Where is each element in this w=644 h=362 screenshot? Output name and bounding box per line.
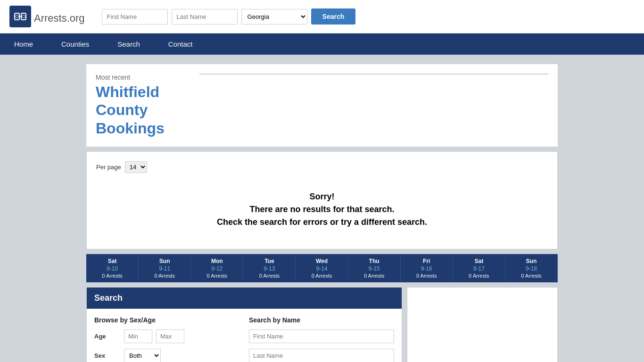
cal-date-6[interactable]: 9-16	[403, 265, 451, 272]
navbar: Home Counties Search Contact	[0, 33, 644, 55]
sex-row: Sex Both Male Female	[94, 349, 239, 362]
cal-date-1[interactable]: 9-11	[140, 265, 189, 272]
nav-counties[interactable]: Counties	[47, 33, 103, 55]
search-panel: Search Browse by Sex/Age Age Sex Both	[86, 287, 402, 362]
cal-day-6: Fri 9-16 0 Arrests	[401, 254, 453, 282]
per-page-select[interactable]: 10 14 25 50	[125, 161, 147, 173]
sex-label: Sex	[94, 352, 120, 359]
nav-home[interactable]: Home	[0, 33, 47, 55]
cal-date-3[interactable]: 9-13	[245, 265, 293, 272]
county-title: Whitfield County Bookings	[96, 83, 190, 137]
right-panel	[407, 287, 558, 362]
name-section-title: Search by Name	[249, 316, 394, 324]
cal-date-5[interactable]: 9-15	[350, 265, 398, 272]
search-last-name-input[interactable]	[249, 349, 394, 362]
cal-day-4: Wed 9-14 0 Arrests	[296, 254, 348, 282]
svg-point-4	[22, 15, 25, 18]
cal-date-2[interactable]: 9-12	[193, 265, 241, 272]
cal-day-8: Sun 9-18 0 Arrests	[505, 254, 558, 282]
sex-select[interactable]: Both Male Female	[124, 349, 161, 362]
cal-date-7[interactable]: 9-17	[455, 265, 503, 272]
nav-search[interactable]: Search	[103, 33, 154, 55]
cal-day-5: Thu 9-15 0 Arrests	[348, 254, 401, 282]
browse-section: Browse by Sex/Age Age Sex Both Male Fema…	[94, 316, 239, 362]
age-label: Age	[94, 333, 120, 340]
last-name-row	[249, 349, 394, 362]
name-section: Search by Name Search	[249, 316, 394, 362]
age-max-input[interactable]	[156, 329, 184, 343]
cal-date-8[interactable]: 9-18	[507, 265, 555, 272]
svg-point-3	[16, 15, 18, 18]
cal-day-2: Mon 9-12 0 Arrests	[191, 254, 243, 282]
header-last-name-input[interactable]	[172, 9, 238, 25]
header-search-button[interactable]: Search	[311, 8, 356, 25]
main-content: Most recent Whitfield County Bookings Pe…	[82, 55, 562, 362]
cal-day-1: Sun 9-11 0 Arrests	[139, 254, 191, 282]
logo-suffix: .org	[67, 12, 85, 24]
search-panel-body: Browse by Sex/Age Age Sex Both Male Fema…	[87, 309, 402, 362]
per-page-row: Per page 10 14 25 50	[96, 161, 548, 173]
cal-date-4[interactable]: 9-14	[297, 265, 346, 272]
header-state-select[interactable]: Georgia Alabama Florida Tennessee	[241, 9, 307, 25]
nav-contact[interactable]: Contact	[154, 33, 207, 55]
cal-day-0: Sat 9-10 0 Arrests	[86, 254, 139, 282]
age-min-input[interactable]	[124, 329, 152, 343]
search-panel-header: Search	[87, 288, 402, 309]
county-heading-block: Most recent Whitfield County Bookings	[96, 74, 190, 137]
header-first-name-input[interactable]	[102, 9, 168, 25]
cal-date-0[interactable]: 9-10	[88, 265, 136, 272]
header: Arrests.org Georgia Alabama Florida Tenn…	[0, 0, 644, 33]
no-results-message: Sorry! There are no results for that sea…	[96, 182, 548, 239]
logo-text: Arrests.org	[34, 8, 85, 25]
logo-icon	[9, 6, 31, 27]
results-box: Per page 10 14 25 50 Sorry! There are no…	[86, 151, 558, 249]
per-page-label: Per page	[96, 164, 121, 171]
header-search-form: Georgia Alabama Florida Tennessee Search	[102, 8, 356, 25]
logo[interactable]: Arrests.org	[9, 6, 85, 27]
most-recent-label: Most recent	[96, 74, 190, 81]
search-first-name-input[interactable]	[249, 329, 394, 343]
first-name-row	[249, 329, 394, 343]
age-row: Age	[94, 329, 239, 343]
cal-day-7: Sat 9-17 0 Arrests	[453, 254, 505, 282]
cal-day-3: Tue 9-13 0 Arrests	[243, 254, 296, 282]
calendar-strip: Sat 9-10 0 Arrests Sun 9-11 0 Arrests Mo…	[86, 254, 558, 282]
bottom-section: Search Browse by Sex/Age Age Sex Both	[86, 287, 558, 362]
content-area	[199, 74, 548, 137]
browse-section-title: Browse by Sex/Age	[94, 316, 239, 324]
